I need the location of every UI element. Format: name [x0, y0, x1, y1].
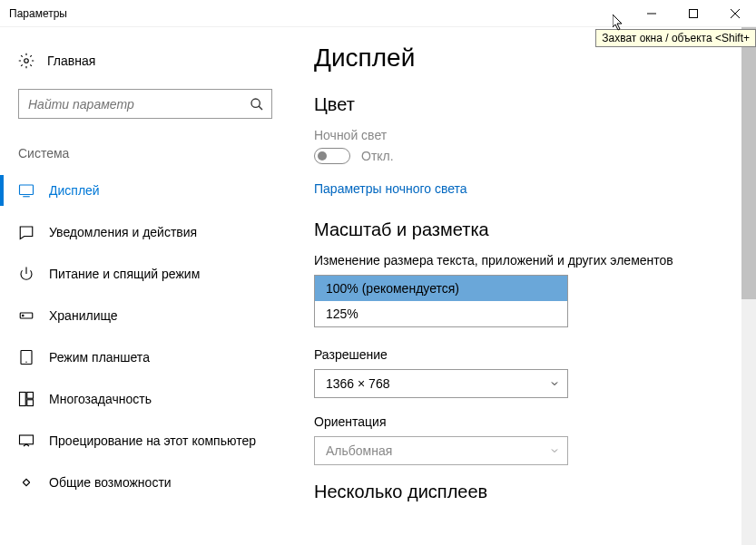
scrollbar[interactable] [741, 27, 756, 545]
nav-label: Проецирование на этот компьютер [49, 433, 256, 448]
sidebar-item-multitasking[interactable]: Многозадачность [0, 378, 289, 420]
gear-icon [18, 53, 34, 69]
text-size-label: Изменение размера текста, приложений и д… [314, 253, 729, 268]
svg-rect-14 [27, 393, 34, 399]
sidebar-item-storage[interactable]: Хранилище [0, 295, 289, 336]
svg-rect-13 [20, 393, 26, 406]
color-heading: Цвет [314, 94, 729, 115]
svg-rect-1 [690, 10, 698, 18]
svg-line-6 [259, 106, 262, 110]
multi-display-heading: Несколько дисплеев [314, 482, 729, 502]
chevron-down-icon [549, 445, 560, 456]
sidebar-item-projecting[interactable]: Проецирование на этот компьютер [0, 420, 289, 462]
sidebar-item-display[interactable]: Дисплей [0, 170, 289, 211]
page-title: Дисплей [314, 44, 729, 73]
scale-select[interactable]: 100% (рекомендуется) 125% [314, 275, 568, 327]
home-button[interactable]: Главная [0, 45, 289, 76]
shared-icon [18, 474, 34, 491]
home-label: Главная [47, 54, 95, 68]
scale-option-125[interactable]: 125% [315, 301, 567, 326]
storage-icon [18, 307, 34, 324]
titlebar: Параметры [0, 0, 756, 27]
night-light-label: Ночной свет [314, 128, 729, 142]
capture-tooltip: Захват окна / объекта <Shift+ [595, 29, 756, 47]
scale-option-100[interactable]: 100% (рекомендуется) [315, 276, 567, 301]
search-wrap [0, 76, 289, 126]
sidebar-item-shared[interactable]: Общие возможности [0, 462, 289, 503]
window-title: Параметры [9, 7, 631, 20]
orientation-label: Ориентация [314, 414, 729, 429]
window-controls [631, 0, 756, 26]
orientation-value: Альбомная [326, 443, 392, 458]
main-area: Главная Система Дисплей Уведомления и де… [0, 27, 756, 545]
nav-label: Многозадачность [49, 392, 152, 406]
svg-point-4 [25, 59, 29, 63]
content-area: Дисплей Цвет Ночной свет Откл. Параметры… [289, 27, 756, 545]
svg-point-10 [23, 315, 25, 316]
svg-rect-15 [27, 400, 34, 406]
search-box[interactable] [18, 89, 272, 119]
power-icon [18, 266, 34, 282]
sidebar-item-notifications[interactable]: Уведомления и действия [0, 211, 289, 253]
svg-point-5 [251, 99, 260, 107]
nav-label: Режим планшета [49, 350, 150, 365]
night-light-toggle-row: Откл. [314, 148, 729, 164]
display-icon [18, 182, 34, 199]
maximize-button[interactable] [673, 0, 714, 27]
nav-label: Хранилище [49, 308, 118, 323]
orientation-dropdown: Альбомная [314, 436, 568, 465]
toggle-knob [318, 151, 327, 161]
search-input[interactable] [28, 97, 250, 112]
night-light-settings-link[interactable]: Параметры ночного света [314, 181, 467, 196]
nav-label: Дисплей [49, 183, 100, 198]
chevron-down-icon [549, 378, 560, 389]
resolution-value: 1366 × 768 [326, 376, 389, 391]
multitask-icon [18, 391, 34, 407]
minimize-button[interactable] [631, 0, 673, 27]
sidebar-item-tablet[interactable]: Режим планшета [0, 336, 289, 378]
sidebar-item-power[interactable]: Питание и спящий режим [0, 253, 289, 295]
search-icon [250, 97, 264, 112]
sidebar-section-header: Система [0, 126, 289, 170]
nav-label: Общие возможности [49, 475, 172, 490]
svg-rect-7 [20, 185, 34, 195]
notification-icon [18, 224, 34, 240]
close-button[interactable] [714, 0, 756, 27]
toggle-state-text: Откл. [361, 149, 394, 163]
project-icon [18, 433, 34, 449]
nav-label: Питание и спящий режим [49, 267, 200, 281]
nav-list: Дисплей Уведомления и действия Питание и… [0, 170, 289, 503]
nav-label: Уведомления и действия [49, 225, 197, 239]
resolution-dropdown[interactable]: 1366 × 768 [314, 369, 568, 398]
scroll-thumb[interactable] [741, 27, 756, 299]
tablet-icon [18, 349, 34, 365]
resolution-label: Разрешение [314, 347, 729, 362]
sidebar: Главная Система Дисплей Уведомления и де… [0, 27, 289, 545]
night-light-toggle[interactable] [314, 148, 350, 164]
scale-heading: Масштаб и разметка [314, 219, 729, 240]
svg-rect-16 [20, 435, 34, 444]
